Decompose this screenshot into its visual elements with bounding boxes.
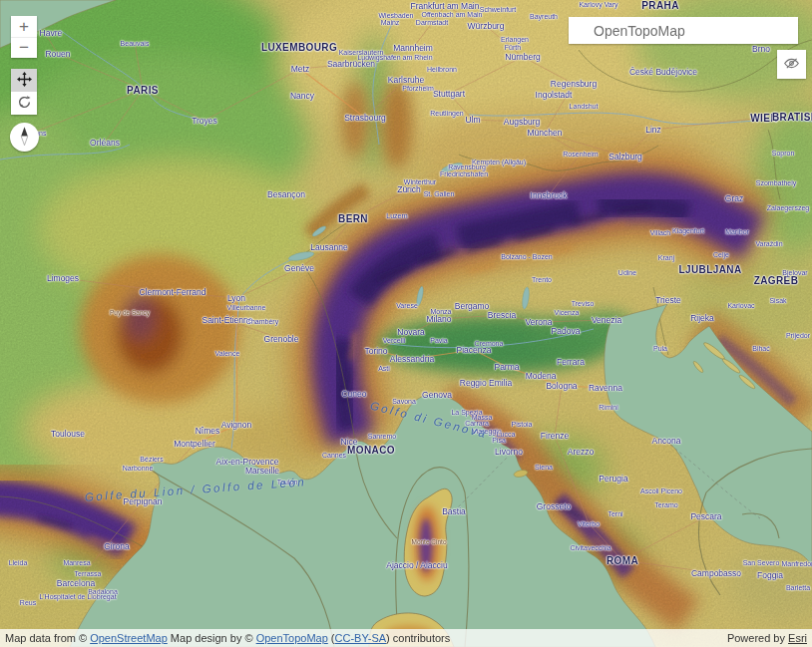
- map-viewer: PARISLUXEMBOURGBERNPRAHAWIENBRATISLAVALJ…: [0, 0, 812, 647]
- attribution-bar: Map data from © OpenStreetMap Map design…: [0, 629, 812, 647]
- attribution-segment: Map data from ©: [5, 632, 90, 644]
- navigation-widget: [11, 69, 37, 115]
- attribution-link[interactable]: CC-BY-SA: [335, 632, 387, 644]
- pan-button[interactable]: [11, 69, 37, 92]
- basemap-title-panel: OpenTopoMap: [569, 17, 798, 44]
- attribution-text: Map data from © OpenStreetMap Map design…: [5, 632, 450, 644]
- zoom-in-button[interactable]: +: [11, 16, 37, 37]
- powered-by-text: Powered by Esri: [727, 632, 807, 644]
- layer-visibility-button[interactable]: [777, 50, 806, 79]
- attribution-segment: ) contributors: [386, 632, 450, 644]
- eye-slash-icon: [783, 55, 800, 75]
- attribution-link[interactable]: Esri: [788, 632, 807, 644]
- compass-button[interactable]: [10, 123, 39, 152]
- rotate-button[interactable]: [11, 92, 37, 115]
- pan-icon: [17, 72, 32, 90]
- rotate-icon: [17, 95, 32, 113]
- zoom-widget: + −: [11, 16, 37, 58]
- attribution-segment: (: [328, 632, 335, 644]
- map-canvas[interactable]: [0, 0, 812, 647]
- zoom-out-button[interactable]: −: [11, 37, 37, 58]
- attribution-segment: Map design by ©: [168, 632, 256, 644]
- attribution-link[interactable]: OpenStreetMap: [90, 632, 168, 644]
- attribution-segment: Powered by: [727, 632, 788, 644]
- attribution-link[interactable]: OpenTopoMap: [256, 632, 328, 644]
- basemap-title: OpenTopoMap: [569, 23, 685, 39]
- compass-needle-icon: [19, 127, 30, 149]
